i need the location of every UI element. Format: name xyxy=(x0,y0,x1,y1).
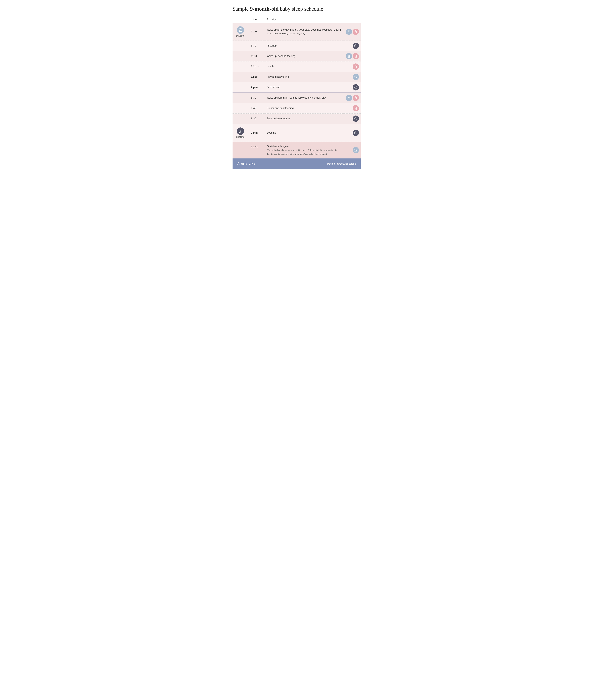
activity-cell: Wake up, second feeding xyxy=(265,51,344,61)
time-cell: 6:30 xyxy=(248,114,265,124)
baby-play-icon xyxy=(346,29,352,35)
footer-bar: Cradlewise Made by parents, for parents xyxy=(233,159,361,169)
table-row: Daytime7 a.m.Wake up for the day (ideall… xyxy=(233,23,361,41)
table-row: 3:30Wake up from nap, feeding followed b… xyxy=(233,93,361,103)
header-icons-col xyxy=(344,15,361,23)
icons-cell xyxy=(344,114,361,124)
table-row: 12:30Play and active time xyxy=(233,72,361,82)
time-cell: 12:30 xyxy=(248,72,265,82)
sleep-icon xyxy=(353,116,359,122)
table-row: 2 p.m.Second nap xyxy=(233,82,361,93)
icons-cell xyxy=(344,72,361,82)
section-label-text: Daytime xyxy=(236,35,244,37)
bottle-icon xyxy=(353,29,359,35)
icons-cell xyxy=(344,124,361,142)
baby-play-icon xyxy=(353,147,359,153)
footer-tagline: Made by parents, for parents xyxy=(327,163,356,165)
sleep-moon-icon xyxy=(237,127,244,135)
bottle-icon xyxy=(353,105,359,111)
icons-cell xyxy=(344,82,361,93)
baby-play-icon xyxy=(353,74,359,80)
sleep-icon xyxy=(353,130,359,136)
table-row: Bedtime7 p.m.Bedtime xyxy=(233,124,361,142)
time-cell: 7 a.m. xyxy=(248,142,265,159)
page-title: Sample 9-month-old baby sleep schedule xyxy=(233,6,361,12)
time-cell: 7 p.m. xyxy=(248,124,265,142)
activity-cell: First nap xyxy=(265,41,344,51)
header-row: Time Activity xyxy=(233,15,361,23)
activity-cell: Second nap xyxy=(265,82,344,93)
activity-cell: Wake up for the day (ideally your baby d… xyxy=(265,23,344,41)
table-row: 5:45Dinner and final feeding xyxy=(233,103,361,114)
header-activity: Activity xyxy=(265,15,344,23)
baby-play-icon xyxy=(346,53,352,59)
header-time: Time xyxy=(248,15,265,23)
section-label-daytime: Daytime xyxy=(234,25,247,39)
time-cell: 12 p.m. xyxy=(248,61,265,72)
schedule-table: Time Activity Daytime7 a.m.Wake up for t… xyxy=(233,15,361,159)
time-cell: 9:30 xyxy=(248,41,265,51)
bottle-icon xyxy=(353,53,359,59)
baby-play-icon xyxy=(346,95,352,101)
time-cell: 5:45 xyxy=(248,103,265,114)
table-row: 11:30Wake up, second feeding xyxy=(233,51,361,61)
icons-cell xyxy=(344,41,361,51)
table-row: 12 p.m.Lunch xyxy=(233,61,361,72)
icons-cell xyxy=(344,51,361,61)
activity-cell: Wake up from nap, feeding followed by a … xyxy=(265,93,344,103)
table-row: 9:30First nap xyxy=(233,41,361,51)
time-cell: 3:30 xyxy=(248,93,265,103)
icons-cell xyxy=(344,103,361,114)
icons-cell xyxy=(344,61,361,72)
activity-cell: Dinner and final feeding xyxy=(265,103,344,114)
header-side-col xyxy=(233,15,248,23)
activity-cell: Bedtime xyxy=(265,124,344,142)
icons-cell xyxy=(344,93,361,103)
time-cell: 11:30 xyxy=(248,51,265,61)
sleep-icon xyxy=(353,43,359,49)
activity-cell: Start the cycle again(This schedule allo… xyxy=(265,142,344,159)
time-cell: 7 a.m. xyxy=(248,23,265,41)
sleep-icon xyxy=(353,84,359,90)
bottle-icon xyxy=(353,95,359,101)
time-cell: 2 p.m. xyxy=(248,82,265,93)
section-label-bedtime: Bedtime xyxy=(234,126,247,140)
activity-cell: Start bedtime routine xyxy=(265,114,344,124)
section-label-text: Bedtime xyxy=(236,136,244,138)
table-row: 6:30Start bedtime routine xyxy=(233,114,361,124)
baby-play-icon xyxy=(237,26,244,34)
activity-cell: Play and active time xyxy=(265,72,344,82)
bottle-icon xyxy=(353,64,359,70)
icons-cell xyxy=(344,23,361,41)
icons-cell xyxy=(344,142,361,159)
activity-cell: Lunch xyxy=(265,61,344,72)
table-row: 7 a.m.Start the cycle again(This schedul… xyxy=(233,142,361,159)
footer-brand: Cradlewise xyxy=(237,162,256,166)
